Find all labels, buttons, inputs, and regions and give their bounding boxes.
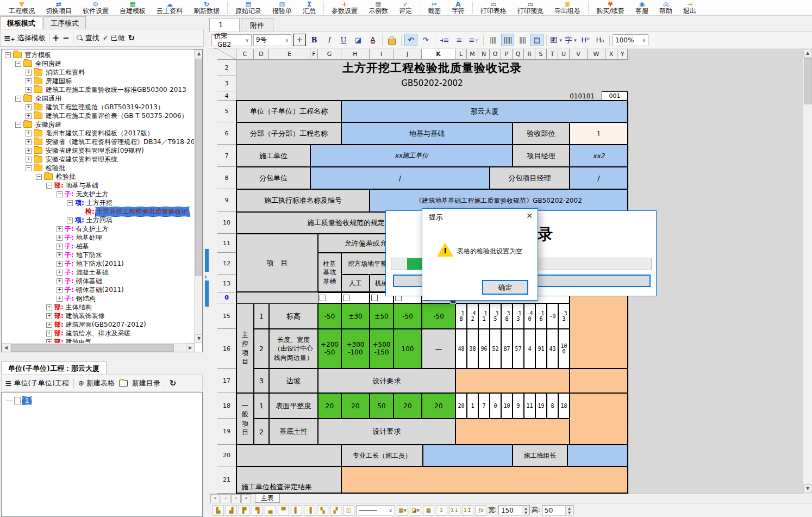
italic-button[interactable]: I [322, 34, 335, 46]
next-sheet-icon[interactable]: › [231, 494, 241, 503]
row-header-6[interactable]: 6 [217, 122, 236, 145]
tree-item-label[interactable]: 有支护土方 [75, 225, 110, 234]
table-cell[interactable] [455, 369, 570, 393]
tree-item[interactable]: +子:钢结构 [2, 294, 193, 303]
column-header-F[interactable]: F [310, 49, 318, 60]
tree-item[interactable]: +子:地基处理 [2, 233, 193, 242]
tree-item-label[interactable]: 钢结构 [75, 294, 97, 303]
first-sheet-icon[interactable]: « [210, 494, 220, 503]
expand-icon[interactable]: + [26, 113, 32, 119]
row-header-15[interactable]: 15 [217, 303, 236, 329]
collapse-icon[interactable]: − [15, 96, 21, 102]
close-icon[interactable]: ✕ [526, 211, 533, 220]
column-header-D[interactable]: D [254, 49, 269, 60]
toolbar-item-云上资料[interactable]: ☁云上资料 [151, 0, 188, 15]
tab-process-mode[interactable]: 工序模式 [43, 16, 86, 29]
tree-item[interactable]: −检验批 [2, 172, 193, 181]
tree-item[interactable]: −安徽房建 [2, 120, 193, 129]
toolbar-item-客服[interactable]: ◉客服 [630, 0, 654, 15]
last-sheet-icon[interactable]: » [241, 494, 251, 503]
main-vscrollbar[interactable]: ▲ ▼ [803, 49, 812, 494]
row-header-0[interactable]: 0 [217, 292, 236, 303]
refresh-tree-button[interactable]: ↻ [128, 33, 135, 43]
row-header-13[interactable]: 13 [217, 275, 236, 292]
expand-icon[interactable]: + [46, 313, 52, 319]
table-cell[interactable]: 基底土性 [269, 419, 318, 445]
toolbar-item-工程概况[interactable]: ▼工程概况 [3, 0, 40, 15]
row-header-3[interactable]: 3 [217, 76, 236, 91]
select-template-button[interactable]: ≡₊ 选择模板 [4, 33, 46, 43]
cell-tool-icon-3[interactable]: ▛ [239, 505, 250, 516]
table-cell[interactable]: 地基与基础 [341, 122, 513, 145]
tree-item[interactable]: +子:地下防水(2011) [2, 259, 193, 268]
table-cell[interactable]: 施工班组长 [513, 445, 567, 466]
column-header-P[interactable]: P [501, 49, 513, 60]
grid-icon[interactable]: ▦ [423, 505, 434, 516]
tree-item-label[interactable]: 混凝土基础 [75, 268, 110, 277]
tree-item[interactable]: +建筑工程监理规范（GBT50319-2013） [2, 103, 193, 111]
zoom-select[interactable]: 100%∨ [613, 34, 648, 46]
collapse-icon[interactable]: − [46, 183, 52, 189]
table-cell[interactable]: 分部（子分部）工程名称 [236, 122, 341, 145]
column-header-K[interactable]: K [422, 49, 455, 60]
tree-item[interactable]: 检:土方开挖工程检验批质量验收记 [2, 207, 193, 216]
tree-item-label[interactable]: 安徽省建筑资料管理系统(09规程) [45, 146, 145, 155]
tree-item-label[interactable]: 安徽房建 [34, 120, 63, 129]
row-header-12[interactable]: 12 [217, 253, 236, 275]
align-right-icon[interactable]: ≡⫟ [467, 34, 480, 46]
tree-item[interactable]: −官方模板 [2, 51, 193, 59]
unit-project-button[interactable]: ≡ 单位(子单位)工程 [5, 378, 69, 388]
tree-item-label[interactable]: 全国通用 [34, 94, 63, 103]
expand-icon[interactable]: + [46, 331, 52, 337]
scroll-left-icon[interactable]: ◀ [2, 344, 10, 352]
insert-char-button[interactable]: 字▾ [564, 34, 577, 46]
table-cell[interactable] [455, 419, 570, 445]
tree-item-label[interactable]: 砌体基础 [75, 277, 103, 286]
table-cell[interactable]: -42 [467, 303, 478, 329]
cell-tool-icon-11[interactable]: ◱ [343, 505, 354, 516]
table-cell[interactable]: -9 [547, 303, 558, 329]
tree-item[interactable]: +部:建筑屋面(GB50207-2012) [2, 320, 193, 329]
toolbar-item-示例数[interactable]: ▦示例数 [363, 0, 393, 15]
expand-icon[interactable]: + [26, 78, 32, 84]
expand-icon[interactable]: + [57, 235, 63, 241]
collapse-all-button[interactable]: − [63, 33, 70, 43]
insert-image-button[interactable]: 图▾ [549, 34, 563, 46]
table-cell[interactable]: 单位（子单位）工程名称 [236, 101, 341, 122]
tree-item[interactable]: −全国房建 [2, 59, 193, 68]
tree-item-label[interactable]: 房建国标 [45, 77, 73, 86]
tree-item[interactable]: +子:有支护土方 [2, 225, 193, 233]
table-cell[interactable] [341, 292, 370, 303]
column-header-I[interactable]: I [370, 49, 393, 60]
table-cell[interactable]: 1 [254, 303, 269, 329]
table-cell[interactable]: / [310, 167, 490, 189]
table-cell[interactable]: -50 [422, 303, 455, 329]
tree-item-label[interactable]: 土方回填 [85, 216, 114, 225]
table-cell[interactable]: 20 [341, 393, 370, 419]
column-header-H[interactable]: H [341, 49, 370, 60]
table-cell[interactable]: 设计要求 [318, 369, 455, 393]
table-cell[interactable]: +300 -100 [341, 329, 370, 369]
tree-item[interactable]: +安徽省建筑资料管理系统(09规程) [2, 146, 193, 155]
tree-item-label[interactable]: 地下防水(2011) [75, 259, 125, 269]
eraser-icon[interactable]: ◪▾ [410, 505, 421, 516]
table-cell[interactable]: 20 [422, 393, 455, 419]
tree-item[interactable]: −全国通用 [2, 94, 193, 103]
table-cell[interactable] [318, 292, 341, 303]
cell-tool-icon-8[interactable]: ▐ [304, 505, 315, 516]
table-cell[interactable]: 表面平整度 [269, 393, 318, 419]
row-header-16[interactable]: 16 [217, 329, 236, 369]
row-header-9[interactable]: 9 [217, 189, 236, 212]
table-cell[interactable] [570, 369, 628, 393]
table-cell[interactable] [423, 445, 513, 466]
table-cell[interactable]: 2 [254, 419, 269, 445]
subscript-button[interactable]: H₀ [594, 34, 607, 46]
align-left-icon[interactable]: ⫞≡ [438, 34, 451, 46]
table-cell[interactable]: 19 [535, 393, 547, 419]
expand-icon[interactable]: + [57, 226, 63, 232]
toolbar-item-退出[interactable]: →退出 [678, 0, 702, 15]
table-cell[interactable]: xx2 [570, 145, 628, 167]
column-header-T[interactable]: T [547, 49, 558, 60]
table-cell[interactable]: 7 [478, 393, 490, 419]
toolbar-item-帮助[interactable]: ◎帮助 [654, 0, 678, 15]
